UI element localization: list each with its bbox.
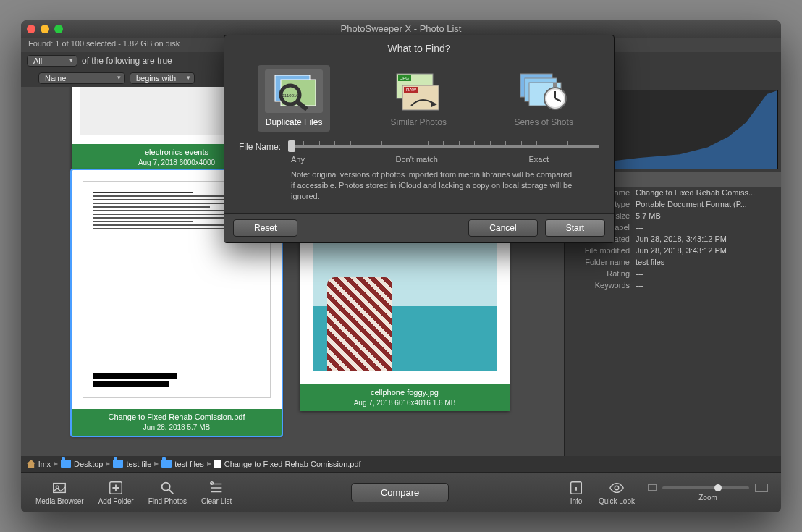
info-icon	[568, 480, 584, 496]
metadata-value: Portable Document Format (P...	[636, 200, 775, 208]
zoom-slider[interactable]	[662, 486, 749, 489]
svg-text:JPG: JPG	[400, 76, 409, 80]
metadata-key: File modified	[570, 246, 636, 255]
info-button[interactable]: Info	[561, 480, 591, 505]
find-photos-button[interactable]: Find Photos	[141, 480, 194, 505]
svg-text:0110010: 0110010	[282, 93, 299, 98]
metadata-value: Jun 28, 2018, 3:43:12 PM	[636, 235, 775, 243]
duplicate-files-icon: 0110010	[265, 69, 323, 113]
eye-icon	[609, 480, 625, 496]
window-title: PhotoSweeper X - Photo List	[21, 23, 781, 34]
slider-mark-any: Any	[291, 155, 305, 164]
metadata-value: Change to Fixed Rehab Comiss...	[636, 188, 775, 197]
chevron-right-icon: ▶	[106, 460, 110, 467]
metadata-row: Folder nametest files	[565, 256, 781, 268]
metadata-row: Keywords---	[565, 279, 781, 291]
chevron-right-icon: ▶	[207, 460, 211, 467]
svg-rect-0	[54, 483, 66, 492]
zoom-window-button[interactable]	[54, 25, 63, 33]
thumb-meta: Jun 28, 2018 5.7 MB	[73, 423, 280, 433]
dialog-note: Note: original versions of photos import…	[224, 169, 614, 213]
media-browser-button[interactable]: Media Browser	[28, 480, 91, 505]
compare-button[interactable]: Compare	[351, 483, 449, 502]
home-icon	[27, 460, 35, 468]
file-icon	[214, 460, 221, 468]
chevron-right-icon: ▶	[154, 460, 159, 467]
metadata-row: Rating---	[565, 268, 781, 279]
thumb-name: cellphone foggy.jpg	[371, 388, 439, 397]
rule-op-select[interactable]: begins with	[130, 72, 195, 84]
metadata-key: Keywords	[570, 281, 636, 290]
rule-field-select[interactable]: Name	[38, 72, 125, 84]
svg-point-6	[615, 486, 619, 490]
reset-button[interactable]: Reset	[233, 219, 297, 237]
tab-similar-photos[interactable]: JPGRAW Similar Photos	[382, 65, 455, 132]
tab-duplicate-files[interactable]: 0110010 Duplicate Files	[258, 65, 330, 132]
svg-rect-22	[553, 83, 557, 87]
app-window: PhotoSweeper X - Photo List Found: 1 of …	[21, 20, 781, 512]
thumbnail-item[interactable]: cellphone foggy.jpg Aug 7, 2018 6016x401…	[300, 228, 510, 411]
metadata-value: ---	[636, 223, 775, 232]
slider-mark-dont-match: Don't match	[396, 155, 438, 164]
svg-point-3	[162, 482, 170, 490]
breadcrumb-item[interactable]: test file	[113, 460, 151, 468]
breadcrumb: lmx▶Desktop▶test file▶test files▶Change …	[21, 456, 781, 472]
breadcrumb-item[interactable]: Change to Fixed Rehab Comission.pdf	[214, 460, 361, 468]
metadata-key: Folder name	[570, 258, 636, 266]
media-browser-icon	[51, 480, 67, 496]
folder-icon	[61, 460, 71, 468]
thumb-name: Change to Fixed Rehab Comission.pdf	[109, 413, 245, 421]
search-icon	[159, 480, 175, 496]
folder-icon	[161, 460, 172, 468]
series-of-shots-icon	[515, 69, 573, 113]
breadcrumb-item[interactable]: Desktop	[61, 460, 103, 468]
chevron-right-icon: ▶	[54, 460, 58, 467]
cancel-button[interactable]: Cancel	[468, 219, 537, 237]
metadata-value: 5.7 MB	[636, 211, 775, 220]
dialog-title: What to Find?	[224, 35, 614, 62]
plus-icon	[108, 480, 124, 496]
metadata-value: test files	[636, 258, 775, 266]
clear-list-button[interactable]: Clear List	[194, 480, 239, 505]
metadata-value: ---	[636, 281, 775, 290]
zoom-min-icon[interactable]	[648, 484, 657, 491]
thumb-meta: Aug 7, 2018 6016x4016 1.6 MB	[301, 398, 508, 408]
zoom-label: Zoom	[698, 494, 717, 502]
metadata-value: ---	[636, 269, 775, 278]
file-name-slider[interactable]	[288, 145, 599, 148]
what-to-find-dialog: What to Find? 0110010 Duplicate Files JP…	[224, 35, 615, 243]
breadcrumb-item[interactable]: test files	[161, 460, 203, 468]
minimize-window-button[interactable]	[41, 25, 49, 33]
rule-scope-text: of the following are true	[82, 56, 172, 66]
thumb-name: electronics events	[145, 148, 208, 156]
start-button[interactable]: Start	[545, 219, 605, 237]
zoom-max-icon[interactable]	[755, 484, 768, 492]
similar-photos-icon: JPGRAW	[389, 69, 447, 113]
toolbar: Media Browser Add Folder Find Photos Cle…	[21, 472, 781, 512]
close-window-button[interactable]	[27, 25, 35, 33]
clear-list-icon	[208, 480, 224, 496]
slider-mark-exact: Exact	[528, 155, 549, 164]
metadata-value: Jun 28, 2018, 3:43:12 PM	[636, 246, 775, 255]
slider-label: File Name:	[239, 142, 281, 152]
metadata-row: File modifiedJun 28, 2018, 3:43:12 PM	[565, 245, 781, 256]
rule-scope-select[interactable]: All	[27, 55, 77, 67]
breadcrumb-item[interactable]: lmx	[27, 460, 51, 468]
svg-text:RAW: RAW	[406, 88, 416, 92]
tab-series-of-shots[interactable]: Series of Shots	[507, 65, 581, 132]
folder-icon	[113, 460, 123, 468]
metadata-key: Rating	[570, 269, 636, 278]
quick-look-button[interactable]: Quick Look	[591, 480, 642, 505]
add-folder-button[interactable]: Add Folder	[91, 480, 141, 505]
